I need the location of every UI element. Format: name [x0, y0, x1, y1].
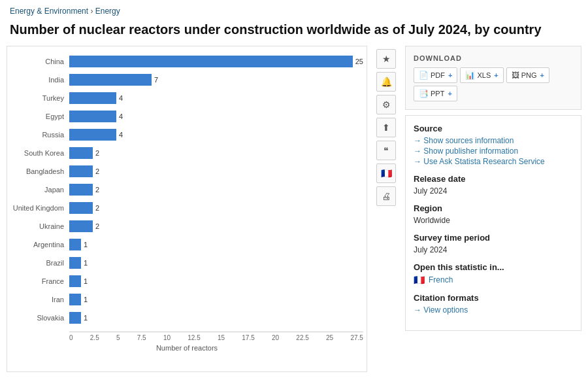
- bar-fill: [69, 184, 93, 196]
- download-png-button[interactable]: 🖼 PNG +: [506, 67, 549, 83]
- bar-row: Ukraine2: [10, 218, 363, 235]
- pdf-icon: 📄: [419, 71, 429, 80]
- bar-fill: [69, 275, 81, 287]
- page-title: Number of nuclear reactors under constru…: [0, 18, 588, 46]
- bar-value-label: 4: [119, 94, 123, 102]
- bar-row: United Kingdom2: [10, 199, 363, 216]
- bar-fill: [69, 165, 93, 177]
- french-flag-icon: 🇫🇷: [414, 275, 425, 285]
- chart-area: China25India7Turkey4Egypt4Russia4South K…: [7, 46, 367, 372]
- release-date-value: July 2024: [414, 186, 573, 196]
- ask-statista-link[interactable]: Use Ask Statista Research Service: [414, 157, 573, 166]
- show-publisher-link[interactable]: Show publisher information: [414, 146, 573, 156]
- bar-row: Iran1: [10, 291, 363, 308]
- bar-container: 2: [69, 220, 363, 232]
- bar-row: China25: [10, 53, 363, 70]
- region-value: Worldwide: [414, 216, 573, 225]
- open-french-link[interactable]: 🇫🇷 French: [414, 275, 573, 285]
- region-section: Region Worldwide: [414, 203, 573, 225]
- bar-container: 2: [69, 147, 363, 159]
- bar-row: India7: [10, 71, 363, 88]
- breadcrumb-link-energy[interactable]: Energy: [95, 7, 120, 16]
- bar-row: Brazil1: [10, 254, 363, 271]
- bell-button[interactable]: 🔔: [376, 72, 396, 92]
- view-options-link[interactable]: View options: [414, 305, 573, 315]
- ppt-icon: 📑: [419, 89, 429, 98]
- region-label: Region: [414, 203, 573, 213]
- bar-row: South Korea2: [10, 145, 363, 162]
- star-button[interactable]: ★: [376, 49, 396, 69]
- source-label: Source: [414, 124, 573, 133]
- bar-fill: [69, 147, 93, 159]
- bar-country-label: South Korea: [10, 149, 69, 157]
- bar-country-label: Slovakia: [10, 314, 69, 322]
- bar-value-label: 2: [95, 149, 99, 157]
- bar-row: Bangladesh2: [10, 163, 363, 180]
- bar-container: 2: [69, 165, 363, 177]
- bar-value-label: 1: [84, 259, 88, 267]
- gear-button[interactable]: ⚙: [376, 95, 396, 114]
- bar-container: 2: [69, 184, 363, 196]
- bar-container: 1: [69, 257, 363, 269]
- png-label: PNG: [521, 71, 537, 79]
- download-ppt-button[interactable]: 📑 PPT +: [414, 86, 457, 101]
- bar-fill: [69, 312, 81, 324]
- x-tick: 5: [116, 334, 120, 341]
- bar-container: 4: [69, 111, 363, 122]
- bar-container: 1: [69, 239, 363, 250]
- open-in-section: Open this statistic in... 🇫🇷 French: [414, 262, 573, 285]
- bar-fill: [69, 74, 152, 86]
- bar-country-label: China: [10, 58, 69, 65]
- release-date-label: Release date: [414, 174, 573, 184]
- bar-country-label: Iran: [10, 296, 69, 303]
- bar-row: France1: [10, 273, 363, 290]
- xls-icon: 📊: [465, 71, 475, 80]
- info-box: Source Show sources information Show pub…: [405, 115, 581, 331]
- x-axis-label: Number of reactors: [10, 344, 363, 352]
- bar-fill: [69, 111, 116, 122]
- bar-row: Japan2: [10, 181, 363, 198]
- bar-fill: [69, 129, 116, 141]
- bar-container: 4: [69, 129, 363, 141]
- bar-value-label: 4: [119, 131, 123, 139]
- download-pdf-button[interactable]: 📄 PDF +: [414, 67, 457, 83]
- bar-fill: [69, 257, 81, 269]
- x-tick: 12.5: [188, 334, 200, 341]
- bar-container: 1: [69, 294, 363, 305]
- bar-container: 1: [69, 275, 363, 287]
- x-tick: 10: [163, 334, 171, 341]
- bar-row: Russia4: [10, 126, 363, 143]
- bar-country-label: Argentina: [10, 241, 69, 249]
- bar-value-label: 25: [355, 58, 363, 65]
- bar-country-label: Russia: [10, 131, 69, 139]
- breadcrumb-link-energy-environment[interactable]: Energy & Environment: [10, 7, 88, 16]
- ppt-plus: +: [448, 90, 451, 97]
- bar-fill: [69, 239, 81, 250]
- bar-country-label: Turkey: [10, 94, 69, 102]
- bar-country-label: Japan: [10, 186, 69, 194]
- bar-value-label: 1: [84, 241, 88, 249]
- bar-fill: [69, 56, 353, 67]
- ppt-label: PPT: [431, 90, 444, 97]
- bar-row: Slovakia1: [10, 309, 363, 326]
- open-in-label: Open this statistic in...: [414, 262, 573, 272]
- bar-row: Egypt4: [10, 108, 363, 125]
- breadcrumb: Energy & Environment › Energy: [0, 0, 588, 18]
- share-button[interactable]: ⬆: [376, 118, 396, 137]
- download-xls-button[interactable]: 📊 XLS +: [460, 67, 503, 83]
- bar-country-label: France: [10, 277, 69, 285]
- print-button[interactable]: 🖨: [376, 186, 396, 206]
- flag-button[interactable]: 🇫🇷: [376, 163, 396, 183]
- png-plus: +: [540, 71, 544, 79]
- bar-country-label: Ukraine: [10, 222, 69, 230]
- show-sources-link[interactable]: Show sources information: [414, 136, 573, 145]
- bar-country-label: India: [10, 76, 69, 84]
- bar-row: Argentina1: [10, 236, 363, 253]
- survey-period-value: July 2024: [414, 245, 573, 254]
- bar-container: 2: [69, 202, 363, 214]
- quote-button[interactable]: ❝: [376, 141, 396, 160]
- x-tick: 25: [326, 334, 333, 341]
- release-date-section: Release date July 2024: [414, 174, 573, 196]
- citation-label: Citation formats: [414, 293, 573, 303]
- x-tick: 17.5: [242, 334, 254, 341]
